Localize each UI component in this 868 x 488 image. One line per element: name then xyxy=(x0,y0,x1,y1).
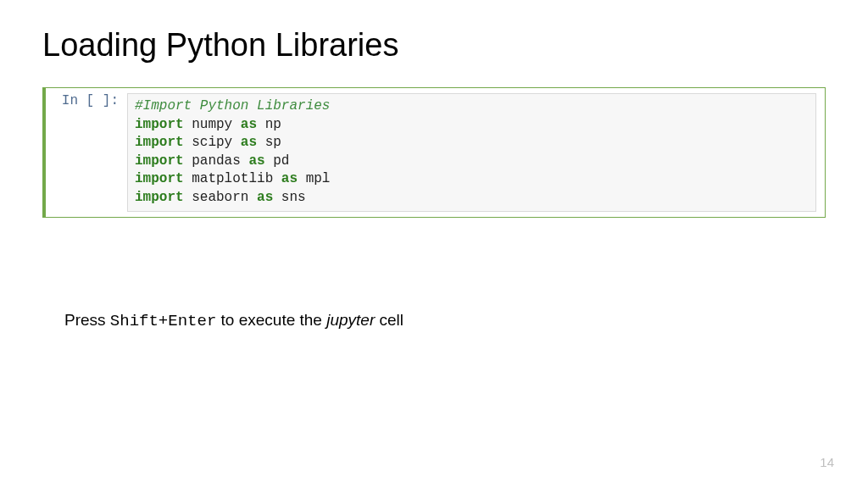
code-token: pandas xyxy=(184,153,249,169)
page-number: 14 xyxy=(820,455,834,469)
code-keyword: import xyxy=(135,190,184,205)
code-area[interactable]: #Import Python Libraries import numpy as… xyxy=(127,93,816,212)
code-token: matplotlib xyxy=(184,171,281,186)
code-token: scipy xyxy=(184,135,241,150)
code-token: pd xyxy=(265,153,290,169)
code-token: np xyxy=(257,117,281,132)
caption-emphasis: jupyter xyxy=(326,311,375,329)
jupyter-cell: In [ ]: #Import Python Libraries import … xyxy=(42,87,826,218)
code-token: mpl xyxy=(298,171,330,186)
cell-prompt: In [ ]: xyxy=(51,93,127,108)
code-keyword: import xyxy=(135,135,184,150)
code-keyword: as xyxy=(281,171,298,186)
caption-shortcut: Shift+Enter xyxy=(110,312,216,330)
code-comment: #Import Python Libraries xyxy=(135,98,330,114)
code-keyword: import xyxy=(135,117,184,132)
slide: Loading Python Libraries In [ ]: #Import… xyxy=(0,0,868,488)
code-token: seaborn xyxy=(184,190,257,205)
code-token: numpy xyxy=(184,117,241,132)
caption-text: Press xyxy=(64,311,110,329)
code-keyword: as xyxy=(257,190,273,205)
code-token: sp xyxy=(257,135,281,150)
code-token: sns xyxy=(273,190,305,205)
code-keyword: import xyxy=(135,153,184,169)
caption-text: to execute the xyxy=(216,311,326,329)
caption-text: cell xyxy=(375,311,403,329)
code-keyword: import xyxy=(135,171,184,186)
code-keyword: as xyxy=(241,117,257,132)
caption: Press Shift+Enter to execute the jupyter… xyxy=(42,311,826,330)
code-keyword: as xyxy=(248,153,264,169)
code-keyword: as xyxy=(241,135,257,150)
slide-title: Loading Python Libraries xyxy=(42,27,826,64)
